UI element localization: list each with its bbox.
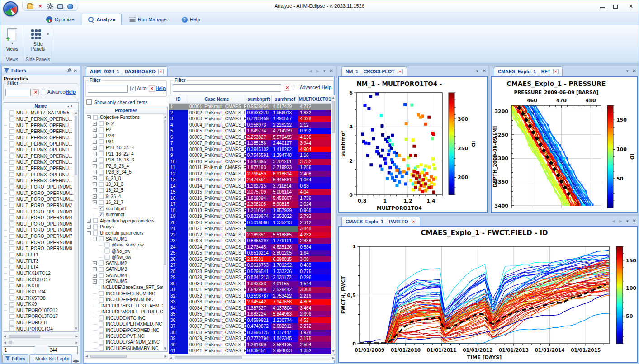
table-cell[interactable]: 20 — [169, 220, 188, 226]
table-cell[interactable]: 2.075709 — [246, 189, 272, 195]
table-cell[interactable]: 00012_PhiKmult_CMAES_Explo_1 — [188, 171, 246, 177]
table-cell[interactable]: 00040_PhiKmult_CMAES_Explo_1 — [188, 342, 246, 348]
table-cell[interactable]: 0.4599921 — [246, 317, 272, 324]
scatter-point[interactable] — [405, 122, 408, 125]
scatter-point[interactable] — [393, 151, 396, 154]
expand-icon[interactable]: + — [93, 152, 97, 156]
table-cell[interactable]: 1.256 — [298, 165, 331, 171]
table-cell[interactable]: 4.712 — [298, 104, 331, 110]
table-row[interactable]: 800008_PhiKmult_CMAES_Explo_10.39451021.… — [169, 147, 331, 153]
filters-panel-header[interactable]: Filters ✕ — [1, 66, 80, 75]
item-checkbox[interactable] — [9, 246, 14, 251]
scatter-point[interactable] — [386, 177, 389, 180]
item-checkbox[interactable] — [99, 309, 99, 314]
tree-item[interactable]: —INCLUDE\EQLNUM.INC — [85, 291, 163, 297]
show-only-checked[interactable]: Show only checked items — [86, 99, 147, 105]
expand-icon[interactable]: + — [93, 128, 97, 132]
tab-scroll-left-icon[interactable]: ◀ — [73, 359, 76, 363]
item-checkbox[interactable] — [9, 277, 14, 282]
item-checkbox[interactable] — [9, 123, 14, 128]
tree-item[interactable]: —INCLUDE\HIST_TEST_AHM_3.SCH — [85, 303, 163, 309]
scatter-point[interactable] — [379, 155, 383, 158]
table-cell[interactable]: 4.52 — [298, 317, 331, 324]
item-checkbox[interactable] — [9, 228, 14, 233]
table-row[interactable]: 3700037_PhiKmult_CMAES_Explo_10.47498723… — [169, 323, 331, 330]
table-cell[interactable]: 38 — [169, 330, 188, 336]
item-checkbox[interactable] — [9, 129, 14, 134]
table-cell[interactable]: 15 — [169, 189, 188, 195]
tree-item[interactable]: —MULT_PERMX_OPERNU... — [3, 147, 74, 153]
table-cell[interactable]: 4.04 — [298, 189, 331, 195]
table-cell[interactable]: 3.08 — [298, 256, 331, 263]
scatter-point[interactable] — [412, 138, 415, 142]
help-link[interactable]: Help — [156, 86, 166, 91]
table-cell[interactable]: 1.701292 — [271, 262, 298, 269]
views-button[interactable]: + ▾ Views — [2, 27, 22, 55]
table-cell[interactable]: 3.682911 — [271, 323, 298, 330]
table-cell[interactable]: 3.944 — [298, 140, 331, 147]
table-cell[interactable]: 3.529442 — [271, 287, 298, 293]
table-row[interactable]: 3500035_PhiKmult_CMAES_Explo_11.6832245.… — [169, 311, 331, 317]
expand-icon[interactable]: + — [93, 261, 97, 265]
scatter-point[interactable] — [422, 178, 425, 181]
table-cell[interactable]: 0.7772794 — [246, 336, 272, 342]
table-cell[interactable]: 0.68 — [298, 183, 331, 189]
scatter-point[interactable] — [387, 153, 390, 156]
item-checkbox[interactable] — [9, 314, 14, 319]
table-cell[interactable]: 22 — [169, 232, 188, 238]
table-cell[interactable]: 3.752 — [298, 159, 331, 165]
table-row[interactable]: 1800018_PhiKmult_CMAES_Explo_11.2110641.… — [169, 208, 331, 214]
tree-item[interactable]: —MULT_PORO_OPERNUM8 — [3, 239, 74, 246]
table-cell[interactable]: 00003_PhiKmult_CMAES_Explo_1 — [188, 116, 246, 122]
table-row[interactable]: 400004_PhiKmult_CMAES_Explo_10.9589732.2… — [169, 122, 331, 128]
tree-item[interactable]: —MULTKX18 — [3, 283, 74, 289]
tree-item[interactable]: +13_22_5 — [85, 187, 163, 193]
item-checkbox[interactable] — [99, 133, 104, 138]
table-cell[interactable]: 3.719923 — [271, 165, 298, 171]
item-checkbox[interactable] — [99, 285, 99, 290]
item-checkbox[interactable] — [9, 240, 14, 245]
tree-item[interactable]: —INCLUDE\BaseCase_5RT_Saturati — [85, 284, 163, 290]
clear-filter-icon[interactable]: × — [284, 85, 290, 91]
item-checkbox[interactable] — [9, 172, 14, 177]
item-checkbox[interactable] — [99, 127, 104, 132]
table-cell[interactable]: 00008_PhiKmult_CMAES_Explo_1 — [188, 147, 246, 153]
scatter-point[interactable] — [398, 154, 401, 157]
table-row[interactable]: 3300033_PhiKmult_CMAES_Explo_12.9454427.… — [169, 299, 331, 305]
table-row[interactable]: 700007_PhiKmult_CMAES_Explo_11.1851562.4… — [169, 140, 331, 147]
table-cell[interactable]: 3.272 — [298, 323, 331, 330]
tree-item[interactable]: —INCLUDE\PVT.INC — [85, 333, 163, 339]
table-cell[interactable]: 1.736 — [298, 195, 331, 202]
item-checkbox[interactable] — [9, 252, 14, 257]
item-checkbox[interactable] — [9, 203, 14, 208]
table-cell[interactable]: 2.229222 — [271, 122, 298, 128]
item-checkbox[interactable] — [105, 255, 110, 260]
item-checkbox[interactable] — [93, 218, 98, 223]
table-cell[interactable]: 00022_PhiKmult_CMAES_Explo_1 — [188, 232, 246, 238]
item-checkbox[interactable] — [99, 206, 104, 211]
table-cell[interactable]: 00004_PhiKmult_CMAES_Explo_1 — [188, 122, 246, 128]
item-checkbox[interactable] — [9, 302, 14, 307]
table-cell[interactable]: 3.464 — [298, 305, 331, 312]
table-cell[interactable]: 00032_PhiKmult_CMAES_Explo_1 — [188, 293, 246, 299]
item-checkbox[interactable] — [99, 170, 104, 175]
tree-item[interactable]: —sumhmof — [85, 212, 163, 217]
table-cell[interactable]: 1.877193 — [246, 165, 272, 171]
table-cell[interactable]: 2 — [169, 110, 188, 116]
dashboard-filter-input[interactable] — [88, 85, 128, 93]
item-checkbox[interactable] — [9, 320, 14, 325]
tree-item[interactable]: +SATNUM5 — [85, 279, 163, 284]
bottom-tab-filters[interactable]: Filters — [2, 354, 28, 363]
table-cell[interactable]: 36 — [169, 317, 188, 324]
table-cell[interactable]: 00024_PhiKmult_CMAES_Explo_1 — [188, 244, 246, 251]
item-checkbox[interactable] — [99, 334, 104, 339]
table-row[interactable]: 3900039_PhiKmult_CMAES_Explo_10.77727941… — [169, 336, 331, 342]
table-cell[interactable]: 4 — [169, 122, 188, 128]
table-cell[interactable]: 0.5296541 — [246, 269, 272, 275]
table-cell[interactable]: 0.3016066 — [246, 220, 272, 226]
table-cell[interactable] — [246, 226, 272, 232]
table-row[interactable]: 3000030_PhiKmult_CMAES_Explo_11.9333334.… — [169, 281, 331, 287]
table-cell[interactable]: 23 — [169, 238, 188, 244]
scatter-point[interactable] — [405, 171, 408, 175]
tree-vscrollbar[interactable]: ▲ ▼ — [74, 110, 78, 331]
